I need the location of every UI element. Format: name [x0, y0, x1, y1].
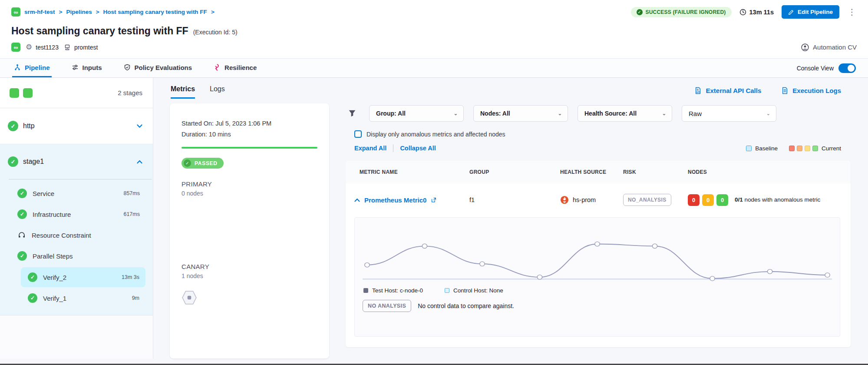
tab-pipeline[interactable]: Pipeline	[12, 59, 52, 77]
svg-text:API: API	[696, 91, 700, 93]
baseline-swatch	[746, 146, 752, 151]
passed-badge: ✓ PASSED	[182, 158, 224, 169]
control-host-legend: Control Host: None	[445, 287, 503, 294]
sidebar-step-service[interactable]: ✓ Service 857ms	[0, 183, 153, 204]
breadcrumb-pipelines-link[interactable]: Pipelines	[66, 9, 92, 15]
risk-badge: NO_ANALYSIS	[623, 194, 671, 206]
group-filter-dropdown[interactable]: Group: All ⌄	[369, 105, 464, 122]
breadcrumb-pipeline-link[interactable]: Host sampling canary testing with FF	[103, 9, 207, 15]
execution-id: (Execution Id: 5)	[193, 29, 238, 36]
data-type-value: Raw	[689, 110, 702, 117]
step-label: Verify_1	[43, 295, 66, 302]
no-analysis-message: No control data to compare against.	[418, 302, 514, 309]
chevron-up-icon[interactable]	[137, 160, 142, 164]
stages-summary-row: 2 stages	[0, 78, 153, 108]
tab-inputs[interactable]: Inputs	[70, 59, 104, 77]
breadcrumb-project-link[interactable]: srm-hf-test	[24, 9, 55, 15]
yellow-node-count[interactable]: 0	[702, 194, 714, 206]
pipeline-icon	[14, 64, 21, 71]
page-title: Host sampling canary testing with FF	[11, 25, 188, 37]
metric-row: Prometheus Metric0 f1 hs-prom	[346, 183, 851, 216]
success-check-icon: ✓	[28, 272, 37, 282]
gear-icon: ⚙	[26, 43, 32, 52]
collapse-all-link[interactable]: Collapse All	[400, 145, 436, 152]
anomalous-checkbox[interactable]	[354, 130, 362, 138]
step-detail-tabs: Metrics Logs	[153, 78, 339, 99]
no-analysis-badge: NO ANALYSIS	[363, 300, 411, 312]
group-cell: f1	[469, 196, 560, 203]
pencil-icon	[788, 9, 794, 15]
baseline-current-legend: Baseline Current	[746, 145, 841, 152]
metric-name-cell: Prometheus Metric0	[354, 196, 469, 204]
console-view-toggle[interactable]	[838, 63, 856, 73]
connector-meta[interactable]: promtest	[64, 44, 98, 51]
external-api-calls-link[interactable]: API External API Calls	[694, 87, 761, 94]
success-check-icon: ✓	[28, 293, 37, 303]
expand-all-link[interactable]: Expand All	[354, 145, 386, 152]
nodes-filter-dropdown[interactable]: Nodes: All ⌄	[473, 105, 568, 122]
baseline-label: Baseline	[755, 145, 778, 152]
elapsed-time: 13m 11s	[739, 9, 774, 16]
sidebar-step-infrastructure[interactable]: ✓ Infrastructure 617ms	[0, 204, 153, 225]
title-row: Host sampling canary testing with FF (Ex…	[0, 19, 868, 37]
tab-policy-evaluations[interactable]: Policy Evaluations	[122, 59, 194, 77]
edit-pipeline-label: Edit Pipeline	[798, 9, 833, 15]
triggered-by: Automation CV	[801, 43, 857, 51]
canary-node-hexagon[interactable]	[182, 290, 197, 305]
edit-pipeline-button[interactable]: Edit Pipeline	[782, 5, 839, 19]
header-actions: ✓ SUCCESS (FAILURE IGNORED) 13m 11s Edit…	[631, 5, 857, 19]
breadcrumb-separator: >	[96, 9, 99, 15]
tab-metrics[interactable]: Metrics	[171, 85, 195, 99]
health-source-filter-dropdown[interactable]: Health Source: All ⌄	[578, 105, 672, 122]
data-type-dropdown[interactable]: Raw ⌄	[682, 105, 776, 122]
service-meta[interactable]: ⚙ test1123	[26, 43, 59, 52]
sidebar-stage-http[interactable]: ✓ http	[0, 108, 153, 144]
current-yellow-swatch	[805, 146, 810, 151]
sidebar-step-verify-2[interactable]: ✓ Verify_2 13m 3s	[21, 267, 145, 287]
filter-funnel-icon	[348, 110, 356, 117]
document-icon	[781, 87, 789, 94]
progress-bar	[182, 147, 317, 149]
header: ∞ srm-hf-test > Pipelines > Host samplin…	[0, 0, 868, 58]
success-check-icon: ✓	[8, 121, 18, 131]
tab-policy-evaluations-label: Policy Evaluations	[135, 64, 192, 71]
step-label: Verify_2	[43, 274, 66, 281]
step-label: Parallel Steps	[33, 252, 73, 260]
col-group: GROUP	[469, 169, 560, 175]
success-check-icon: ✓	[17, 209, 27, 219]
step-duration: 617ms	[123, 211, 140, 217]
metric-name-link[interactable]: Prometheus Metric0	[364, 196, 426, 204]
tab-logs[interactable]: Logs	[210, 85, 225, 99]
divider	[393, 144, 393, 152]
tab-resilience[interactable]: Resilience	[212, 59, 258, 77]
metric-filters: Group: All ⌄ Nodes: All ⌄ Health Source:…	[346, 105, 868, 122]
stage-square-icon	[10, 88, 19, 98]
green-node-count[interactable]: 0	[716, 194, 728, 206]
sidebar-empty-area	[0, 315, 153, 358]
breadcrumb: ∞ srm-hf-test > Pipelines > Host samplin…	[11, 7, 215, 17]
stage-square-icon	[23, 88, 33, 98]
sidebar-step-resource-constraint[interactable]: Resource Constraint	[0, 225, 153, 246]
chevron-down-icon[interactable]	[137, 124, 142, 128]
check-icon: ✓	[637, 9, 643, 15]
step-label: Service	[33, 190, 54, 197]
sidebar-stage-stage1[interactable]: ✓ stage1	[0, 144, 153, 179]
execution-logs-label: Execution Logs	[792, 87, 841, 94]
service-name: test1123	[36, 44, 59, 51]
chevron-up-icon[interactable]	[354, 198, 360, 202]
passed-label: PASSED	[195, 160, 218, 166]
success-check-icon: ✓	[8, 156, 18, 167]
kebab-menu-icon[interactable]: ⋮	[847, 8, 857, 16]
red-node-count[interactable]: 0	[688, 194, 700, 206]
verify-step-panel: Metrics Logs Started On: Jul 5, 2023 1:0…	[153, 78, 339, 358]
clock-icon	[739, 9, 746, 16]
external-link-icon[interactable]	[431, 197, 437, 203]
step-duration: 9m	[132, 295, 139, 301]
sidebar-step-parallel-steps[interactable]: ✓ Parallel Steps	[0, 246, 153, 266]
sidebar-step-verify-1[interactable]: ✓ Verify_1 9m	[21, 288, 145, 308]
chevron-down-icon: ⌄	[558, 111, 562, 116]
execution-logs-link[interactable]: Execution Logs	[781, 87, 841, 94]
user-icon	[801, 43, 809, 51]
breadcrumb-separator: >	[59, 9, 63, 15]
main-content: 2 stages ✓ http ✓ stage1 ✓ Service 857ms	[0, 78, 868, 358]
